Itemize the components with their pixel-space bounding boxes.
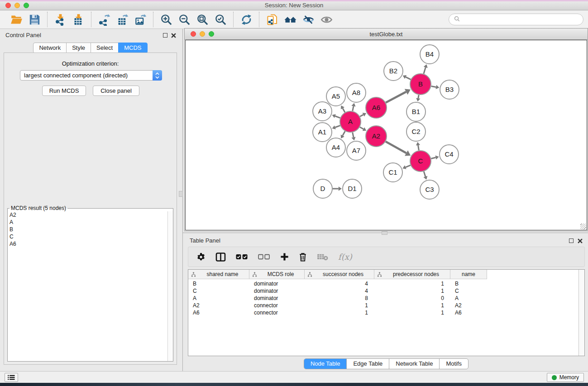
close-panel-button[interactable]: Close panel — [93, 86, 139, 96]
network-window-titlebar[interactable]: testGlobe.txt — [185, 29, 588, 40]
settings-icon[interactable] — [196, 251, 206, 263]
vertical-splitter[interactable] — [182, 29, 183, 371]
tab-network-table[interactable]: Network Table — [389, 359, 439, 369]
task-history-button[interactable] — [5, 373, 18, 382]
tab-motifs[interactable]: Motifs — [439, 359, 468, 369]
import-table-icon[interactable] — [71, 12, 86, 27]
memory-button[interactable]: Memory — [547, 373, 584, 382]
network-canvas[interactable]: B4B2BB3A8A5A6A3B1AC2A1A2A4A7C4CC1DD1C3 — [185, 40, 587, 230]
resize-grip-icon[interactable] — [580, 224, 586, 229]
graph-edge[interactable] — [418, 145, 419, 150]
graph-node-A2[interactable]: A2 — [366, 126, 387, 147]
open-file-icon[interactable] — [9, 12, 24, 27]
graph-node-C3[interactable]: C3 — [420, 180, 439, 199]
import-network-icon[interactable] — [53, 12, 67, 27]
graph-node-A7[interactable]: A7 — [347, 141, 366, 160]
add-row-icon[interactable] — [280, 251, 289, 263]
optimization-dropdown[interactable]: largest connected component (directed) — [20, 70, 162, 81]
table-row[interactable]: A6connector11A6 — [188, 309, 578, 316]
hide-panels-icon[interactable] — [301, 12, 316, 27]
show-eye-icon[interactable] — [319, 12, 334, 27]
search-box[interactable] — [449, 14, 583, 25]
result-item[interactable]: A2 — [8, 211, 167, 219]
graph-edge[interactable] — [353, 133, 354, 138]
close-table-panel-icon[interactable] — [577, 238, 583, 244]
tab-network[interactable]: Network — [33, 43, 67, 53]
graph-node-B4[interactable]: B4 — [420, 45, 439, 64]
table-row[interactable]: Adominator80A — [188, 295, 578, 302]
refresh-icon[interactable] — [239, 12, 253, 27]
graph-node-A8[interactable]: A8 — [347, 83, 366, 102]
graph-node-C4[interactable]: C4 — [440, 145, 459, 164]
float-panel-icon[interactable] — [162, 32, 168, 38]
graph-node-A6[interactable]: A6 — [366, 97, 387, 118]
graph-node-B1[interactable]: B1 — [406, 102, 425, 121]
graph-edge[interactable] — [418, 95, 419, 99]
columns-icon[interactable] — [215, 251, 226, 263]
result-item[interactable]: C — [8, 233, 167, 240]
column-header-name[interactable]: name — [450, 270, 487, 279]
deselect-all-icon[interactable] — [258, 251, 270, 263]
zoom-selected-icon[interactable] — [213, 12, 228, 27]
graph-edge[interactable] — [335, 116, 340, 118]
graph-node-A4[interactable]: A4 — [326, 138, 345, 157]
column-header-MCDS-role[interactable]: MCDS role — [249, 270, 305, 279]
graph-edge[interactable] — [335, 125, 340, 127]
graph-node-C1[interactable]: C1 — [383, 163, 402, 182]
tab-style[interactable]: Style — [66, 43, 91, 53]
graph-edge[interactable] — [386, 142, 406, 153]
select-all-icon[interactable] — [236, 251, 248, 263]
graph-edge[interactable] — [360, 114, 363, 116]
horizontal-splitter-handle[interactable] — [382, 231, 387, 235]
export-image-icon[interactable] — [133, 12, 148, 27]
clone-network-icon[interactable] — [265, 12, 279, 27]
delete-table-icon[interactable] — [317, 251, 328, 263]
export-network-icon[interactable] — [97, 12, 111, 27]
graph-node-A1[interactable]: A1 — [313, 123, 332, 142]
graph-edge[interactable] — [353, 106, 354, 111]
graph-edge[interactable] — [431, 86, 436, 87]
float-table-panel-icon[interactable] — [568, 238, 574, 244]
graph-node-A3[interactable]: A3 — [313, 102, 332, 121]
table-row[interactable]: Bdominator41B — [188, 280, 578, 287]
graph-node-D[interactable]: D — [313, 179, 332, 198]
result-item[interactable]: B — [8, 226, 167, 233]
column-header-shared-name[interactable]: shared name — [188, 270, 249, 279]
search-input[interactable] — [463, 16, 578, 23]
run-mcds-button[interactable]: Run MCDS — [42, 86, 86, 96]
table-scrollbar[interactable] — [578, 270, 584, 356]
home-layout-icon[interactable] — [283, 12, 297, 27]
graph-edge[interactable] — [360, 127, 363, 129]
tab-node-table[interactable]: Node Table — [304, 359, 347, 369]
graph-node-B[interactable]: B — [410, 74, 431, 95]
column-header-successor-nodes[interactable]: successor nodes — [305, 270, 374, 279]
graph-edge[interactable] — [386, 92, 406, 103]
graph-node-C[interactable]: C — [410, 151, 431, 172]
export-table-icon[interactable] — [115, 12, 129, 27]
graph-edge[interactable] — [424, 172, 425, 176]
table-row[interactable]: Cdominator41C — [188, 287, 578, 295]
vertical-splitter-handle[interactable] — [179, 191, 183, 197]
close-panel-icon[interactable] — [170, 32, 177, 38]
graph-node-A[interactable]: A — [340, 111, 361, 132]
tab-edge-table[interactable]: Edge Table — [346, 359, 389, 369]
graph-edge[interactable] — [406, 165, 411, 167]
zoom-fit-icon[interactable] — [195, 12, 210, 27]
result-item[interactable]: A — [8, 219, 167, 226]
table-row[interactable]: A2connector11A2 — [188, 302, 578, 309]
save-session-icon[interactable] — [27, 12, 42, 27]
graph-node-A5[interactable]: A5 — [326, 87, 345, 106]
graph-edge[interactable] — [431, 157, 435, 158]
graph-node-C2[interactable]: C2 — [406, 122, 425, 141]
column-header-predecessor-nodes[interactable]: predecessor nodes — [374, 270, 450, 279]
tab-select[interactable]: Select — [91, 43, 119, 53]
graph-node-B2[interactable]: B2 — [384, 62, 403, 81]
delete-row-icon[interactable] — [299, 251, 307, 263]
zoom-in-icon[interactable] — [159, 12, 173, 27]
graph-node-B3[interactable]: B3 — [440, 80, 459, 99]
graph-edge[interactable] — [343, 108, 345, 112]
function-builder-icon[interactable]: f(x) — [338, 252, 352, 262]
graph-edge[interactable] — [406, 77, 411, 79]
result-scrollbar[interactable] — [167, 211, 173, 361]
tab-mcds[interactable]: MCDS — [118, 43, 147, 53]
